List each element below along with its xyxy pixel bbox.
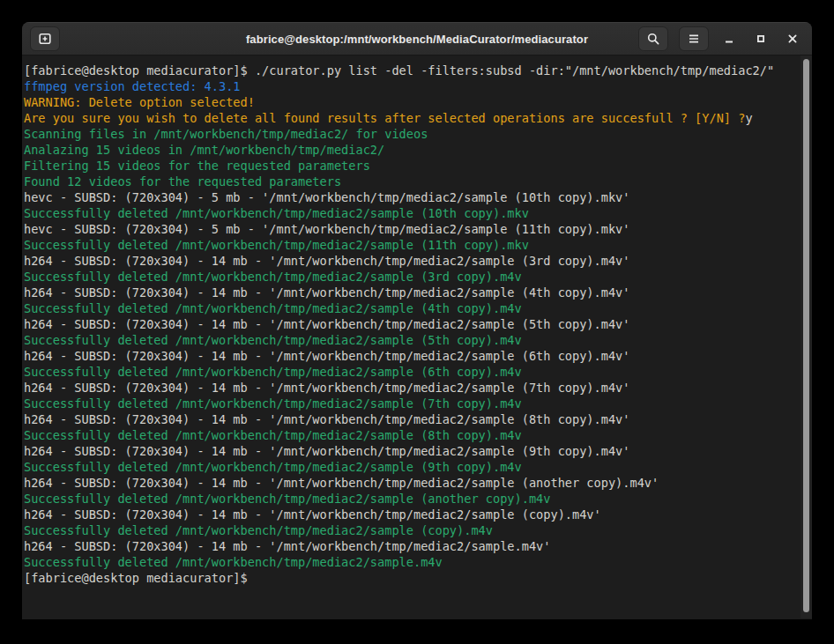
terminal-line: Successfully deleted /mnt/workbench/tmp/… <box>24 427 812 443</box>
terminal-line: Successfully deleted /mnt/workbench/tmp/… <box>24 205 812 221</box>
search-icon <box>646 32 660 46</box>
minimize-button[interactable] <box>718 27 741 50</box>
terminal-line: Successfully deleted /mnt/workbench/tmp/… <box>24 364 812 380</box>
close-button[interactable] <box>781 27 804 50</box>
terminal-line: hevc - SUBSD: (720x304) - 5 mb - '/mnt/w… <box>24 189 812 205</box>
terminal-line: WARNING: Delete option selected! <box>24 94 812 110</box>
terminal-line: Found 12 videos for the requested parame… <box>24 174 812 189</box>
close-icon <box>786 32 800 46</box>
terminal-window: fabrice@desktop:/mnt/workbench/MediaCura… <box>22 22 812 619</box>
terminal-line: h264 - SUBSD: (720x304) - 14 mb - '/mnt/… <box>24 380 812 396</box>
terminal-line: Successfully deleted /mnt/workbench/tmp/… <box>24 396 812 411</box>
terminal-line: [fabrice@desktop mediacurator]$ ./curato… <box>24 63 812 78</box>
new-tab-button[interactable] <box>30 26 60 51</box>
terminal-line: h264 - SUBSD: (720x304) - 14 mb - '/mnt/… <box>24 285 812 300</box>
terminal-line: h264 - SUBSD: (720x304) - 14 mb - '/mnt/… <box>24 348 812 364</box>
maximize-icon <box>754 32 768 46</box>
search-button[interactable] <box>638 26 668 51</box>
terminal-line: hevc - SUBSD: (720x304) - 5 mb - '/mnt/w… <box>24 221 812 237</box>
titlebar-controls <box>628 26 804 51</box>
terminal-line: ffmpeg version detected: 4.3.1 <box>24 78 812 94</box>
terminal-line: Analazing 15 videos in /mnt/workbench/tm… <box>24 142 812 158</box>
terminal-line: Are you sure you wish to delete all foun… <box>24 110 812 126</box>
terminal-line: Scanning files in /mnt/workbench/tmp/med… <box>24 126 812 142</box>
scrollbar-thumb[interactable] <box>803 59 809 612</box>
new-tab-icon <box>38 32 52 46</box>
terminal-text: [fabrice@desktop mediacurator]$ ./curato… <box>24 63 812 586</box>
terminal-line: [fabrice@desktop mediacurator]$ <box>24 570 812 586</box>
titlebar[interactable]: fabrice@desktop:/mnt/workbench/MediaCura… <box>22 22 812 56</box>
terminal-line: h264 - SUBSD: (720x304) - 14 mb - '/mnt/… <box>24 253 812 269</box>
terminal-line: Successfully deleted /mnt/workbench/tmp/… <box>24 332 812 348</box>
terminal-line: h264 - SUBSD: (720x304) - 14 mb - '/mnt/… <box>24 475 812 491</box>
desktop-background: fabrice@desktop:/mnt/workbench/MediaCura… <box>0 0 834 644</box>
terminal-line: Successfully deleted /mnt/workbench/tmp/… <box>24 554 812 570</box>
terminal-line: h264 - SUBSD: (720x304) - 14 mb - '/mnt/… <box>24 411 812 427</box>
window-title: fabrice@desktop:/mnt/workbench/MediaCura… <box>246 33 588 46</box>
terminal-line: h264 - SUBSD: (720x304) - 14 mb - '/mnt/… <box>24 316 812 332</box>
terminal-line: h264 - SUBSD: (720x304) - 14 mb - '/mnt/… <box>24 538 812 554</box>
terminal-line: Successfully deleted /mnt/workbench/tmp/… <box>24 522 812 538</box>
terminal-output[interactable]: [fabrice@desktop mediacurator]$ ./curato… <box>22 56 812 618</box>
menu-button[interactable] <box>679 26 709 51</box>
menu-icon <box>687 32 701 46</box>
terminal-line: Successfully deleted /mnt/workbench/tmp/… <box>24 491 812 507</box>
terminal-line: h264 - SUBSD: (720x304) - 14 mb - '/mnt/… <box>24 507 812 522</box>
terminal-line: h264 - SUBSD: (720x304) - 14 mb - '/mnt/… <box>24 443 812 459</box>
maximize-button[interactable] <box>749 27 772 50</box>
scrollbar[interactable] <box>800 56 812 618</box>
terminal-line: Successfully deleted /mnt/workbench/tmp/… <box>24 237 812 253</box>
terminal-line: Successfully deleted /mnt/workbench/tmp/… <box>24 269 812 285</box>
terminal-line: Successfully deleted /mnt/workbench/tmp/… <box>24 300 812 316</box>
terminal-line: Filtering 15 videos for the requested pa… <box>24 158 812 174</box>
terminal-line: Successfully deleted /mnt/workbench/tmp/… <box>24 459 812 475</box>
minimize-icon <box>722 32 736 46</box>
